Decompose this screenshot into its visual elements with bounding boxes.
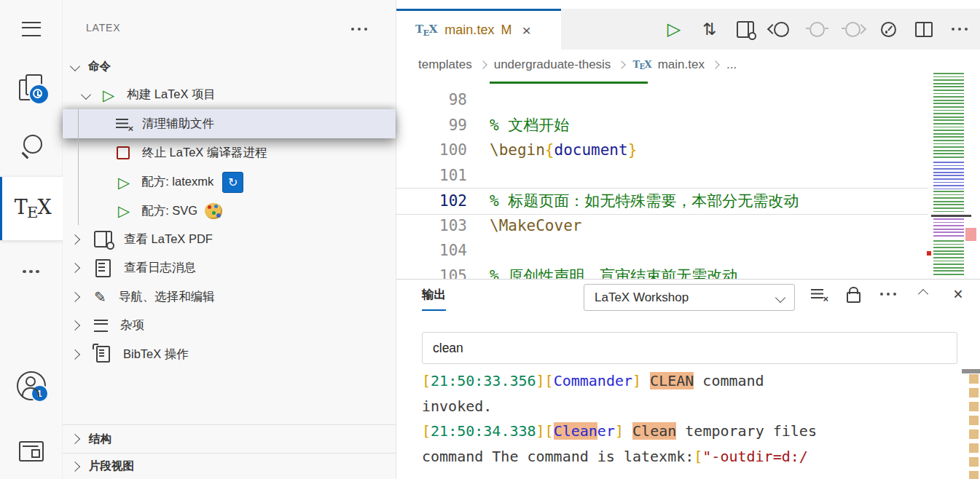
tree-section-commands[interactable]: 命令 [63, 55, 396, 77]
code-line-101: 101 [396, 163, 928, 189]
sidebar-more-actions[interactable] [352, 25, 366, 33]
account-icon: 1 [17, 371, 46, 400]
chevron-down-icon [775, 292, 785, 302]
log-line: [21:50:33.356][Commander] CLEAN command [422, 368, 764, 394]
tree-item-miscellaneous[interactable]: 杂项 [63, 311, 396, 340]
breadcrumb-undergraduate-thesis[interactable]: undergraduate-thesis [494, 58, 611, 72]
tab-main-tex[interactable]: TEX main.tex M × [396, 9, 561, 50]
panel-actions: × [810, 285, 967, 303]
tree-item-bibtex-actions[interactable]: BibTeX 操作 [63, 340, 396, 368]
breadcrumb-separator [618, 60, 626, 68]
tab-bar: TEX main.tex M × ▷ ⇅ [396, 9, 980, 50]
minimap-viewport-indicator[interactable] [931, 215, 971, 217]
tree-item-view-latex-pdf[interactable]: 查看 LaTeX PDF [63, 225, 396, 253]
tex-logo: TEX [15, 196, 52, 221]
build-progress-bar [490, 82, 648, 84]
back-button[interactable] [772, 20, 790, 38]
more-actions-button[interactable] [951, 20, 968, 38]
minimap-code-block [933, 218, 964, 237]
stop-icon [117, 146, 130, 159]
synctex-compare-button[interactable]: ⇅ [701, 20, 718, 38]
editor-group: TEX main.tex M × ▷ ⇅ templates undergrad… [396, 0, 980, 479]
run-timer-icon [881, 22, 896, 37]
view-pdf-button[interactable] [737, 20, 754, 38]
tree-section-structure[interactable]: 结构 [63, 425, 396, 453]
search-icon [20, 135, 42, 157]
chevron-right-icon [70, 234, 80, 244]
play-icon: ▷ [103, 87, 114, 103]
sync-badge-icon: ↻ [222, 172, 243, 193]
code-line-98: 98 [396, 87, 928, 113]
minimap-code-block [933, 73, 964, 160]
maximize-panel-button[interactable] [914, 285, 932, 303]
output-channel-select[interactable]: LaTeX Workshop [584, 284, 795, 311]
code-line-105: 105% 原创性声明，盲审结束前无需改动 [396, 264, 928, 280]
panel-overview-ruler [967, 368, 980, 479]
minimap[interactable] [931, 73, 971, 279]
code-editor[interactable]: 98 99% 文档开始 100\begin{document} 101 102%… [396, 80, 928, 279]
sidebar-item-latex-workshop[interactable]: TEX [0, 177, 64, 240]
clear-output-button[interactable] [810, 285, 827, 303]
tree-item-navigate-select-edit[interactable]: ✎ 导航、选择和编辑 [63, 282, 396, 311]
more-views-button[interactable] [0, 251, 62, 292]
pending-clock-badge [28, 84, 50, 105]
breadcrumb-main-tex[interactable]: main.tex [658, 58, 705, 72]
build-play-button[interactable]: ▷ [665, 20, 683, 38]
breadcrumb-separator [711, 60, 719, 68]
ellipsis-icon [358, 28, 361, 31]
log-document-icon [95, 259, 111, 277]
panel-more-actions-button[interactable] [879, 285, 897, 303]
search-button[interactable] [0, 125, 62, 166]
chevron-up-icon [918, 289, 928, 299]
code-line-104: 104 [396, 238, 928, 264]
tree-item-build-project[interactable]: ▷ 构建 LaTeX 项目 [63, 80, 396, 109]
preview-icon [737, 21, 754, 38]
search-match-markers [969, 374, 979, 479]
chevron-right-icon [70, 263, 80, 273]
run-or-debug-button[interactable] [879, 20, 897, 38]
tree-item-view-log[interactable]: 查看日志消息 [63, 253, 396, 282]
tree-section-snippet-view[interactable]: 片段视图 [63, 454, 396, 479]
output-log: ) [21:50:33.356][Commander] CLEAN comman… [422, 368, 961, 479]
explorer-button[interactable] [0, 67, 62, 108]
chevron-right-icon [70, 291, 80, 301]
play-icon: ▷ [118, 175, 130, 190]
clear-all-icon [811, 288, 826, 301]
account-button[interactable]: 1 [0, 365, 62, 406]
hamburger-icon [22, 22, 41, 36]
editor-actions: ▷ ⇅ [665, 9, 968, 50]
close-panel-button[interactable]: × [949, 285, 967, 303]
tree-item-recipe-svg[interactable]: ▷ 配方: SVG [63, 197, 396, 225]
tree-item-kill-compiler[interactable]: 终止 LaTeX 编译器进程 [63, 138, 396, 167]
chevron-down-icon [81, 90, 91, 100]
manage-button[interactable] [0, 431, 62, 472]
output-panel: 输出 LaTeX Workshop × ) [21:50:33.356][Com… [396, 279, 980, 479]
list-icon [94, 320, 108, 332]
breadcrumb-templates[interactable]: templates [418, 58, 472, 72]
breadcrumb: templates undergraduate-thesis TEX main.… [396, 50, 980, 80]
explorer-files-icon [19, 74, 44, 100]
ellipsis-icon [958, 28, 962, 31]
code-line-100: 100\begin{document} [396, 138, 928, 163]
code-line-102-current: 102% 标题页面：如无特殊需要，本部分无需改动 [396, 188, 928, 215]
forward-disabled-button[interactable] [844, 20, 861, 38]
news-icon [19, 441, 44, 462]
account-badge: 1 [31, 384, 49, 403]
back-faded-icon [810, 22, 825, 37]
tree-item-clean-aux-files[interactable]: 清理辅助文件 [63, 109, 396, 138]
tab-close-icon[interactable]: × [522, 23, 530, 38]
breadcrumb-more[interactable]: ... [726, 58, 737, 72]
play-icon: ▷ [118, 203, 130, 218]
pencil-icon: ✎ [94, 290, 106, 304]
tex-file-icon: TEX [415, 23, 437, 37]
back-disabled-button[interactable] [808, 20, 826, 38]
tab-output[interactable]: 输出 [422, 287, 446, 311]
unlock-scroll-button[interactable] [844, 285, 862, 303]
split-editor-button[interactable] [915, 20, 933, 38]
breadcrumb-separator [479, 60, 487, 68]
tree-item-recipe-latexmk[interactable]: ▷ 配方: latexmk ↻ [63, 167, 396, 197]
ellipsis-icon [887, 293, 890, 296]
chevron-right-icon [70, 461, 80, 471]
output-filter-input[interactable] [422, 332, 957, 364]
menu-button[interactable] [0, 9, 62, 50]
